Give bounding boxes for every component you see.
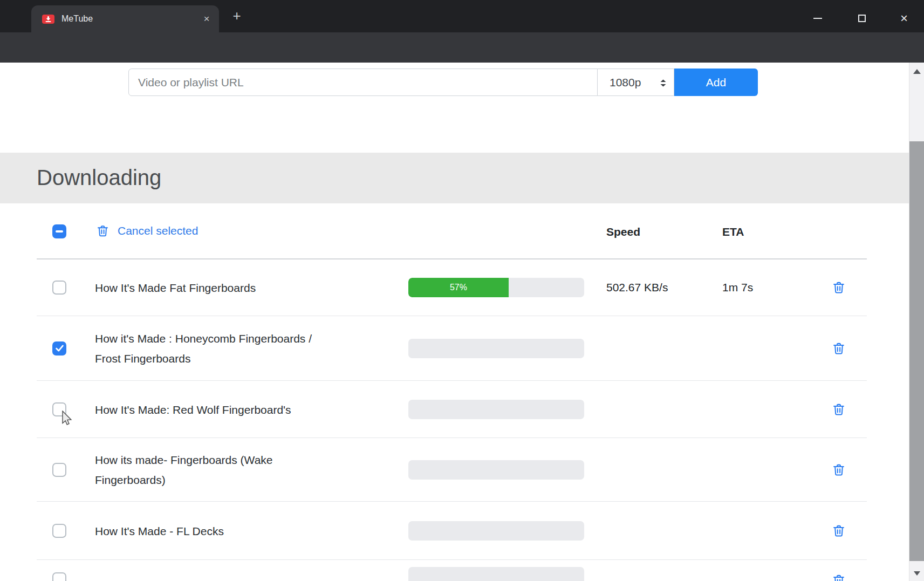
progress-bar xyxy=(408,460,584,480)
delete-download-button[interactable] xyxy=(832,463,846,477)
delete-download-button[interactable] xyxy=(832,524,846,538)
downloads-rows: How It's Made Fat Fingerboards 57% 502.6… xyxy=(37,259,867,581)
trash-icon xyxy=(832,463,846,477)
cancel-selected-label: Cancel selected xyxy=(118,224,198,237)
video-url-input[interactable] xyxy=(128,69,598,96)
trash-icon xyxy=(832,402,846,416)
delete-download-button[interactable] xyxy=(832,341,846,356)
window-minimize-button[interactable] xyxy=(813,18,822,19)
download-title: How It's Made - FL Decks xyxy=(95,521,224,541)
download-title: How its made- Fingerboards (WakeFingerbo… xyxy=(95,450,273,490)
download-title: How It's Made: Red Wolf Fingerboard's xyxy=(95,399,291,419)
progress-bar xyxy=(408,521,584,541)
row-checkbox[interactable] xyxy=(52,281,66,295)
up-down-arrows-icon xyxy=(660,79,666,87)
add-button[interactable]: Add xyxy=(674,69,758,96)
download-speed: 502.67 KB/s xyxy=(606,281,668,294)
delete-download-button[interactable] xyxy=(832,402,846,416)
row-checkbox[interactable] xyxy=(52,524,66,538)
progress-bar xyxy=(408,567,584,581)
downloads-table-header: Cancel selected Speed ETA xyxy=(37,203,867,259)
trash-icon xyxy=(832,524,846,538)
section-title: Downloading xyxy=(37,153,161,202)
download-row: How It's Made - FL Decks xyxy=(37,502,867,560)
progress-fill: 57% xyxy=(408,278,509,297)
tab-close-icon[interactable]: × xyxy=(200,12,214,26)
metube-favicon-icon xyxy=(42,15,54,26)
tab-metube[interactable]: MeTube × xyxy=(31,5,219,32)
row-checkbox[interactable] xyxy=(52,463,66,477)
scrollbar-thumb[interactable] xyxy=(909,141,924,561)
browser-toolbar: localhost:8081 Incognito ⋮ xyxy=(0,32,924,63)
cancel-selected-button[interactable]: Cancel selected xyxy=(96,224,198,238)
download-row: How It's Made: Red Wolf Fingerboard's xyxy=(37,381,867,438)
download-title: How It's Made Fat Fingerboards xyxy=(95,278,256,298)
progress-bar xyxy=(408,400,584,419)
progress-bar: 57% xyxy=(408,278,584,297)
trash-icon xyxy=(832,281,846,295)
quality-value: 1080p xyxy=(610,76,641,89)
download-row: How It's Made Fat Fingerboards 57% 502.6… xyxy=(37,259,867,316)
progress-bar xyxy=(408,339,584,358)
downloading-section-header: Downloading xyxy=(0,153,909,203)
progress-label: 57% xyxy=(450,283,467,292)
download-title: How it's Made : Honeycomb Fingerboards /… xyxy=(95,329,312,368)
select-all-checkbox[interactable] xyxy=(52,224,66,238)
row-checkbox[interactable] xyxy=(52,572,66,581)
row-checkbox[interactable] xyxy=(52,341,66,356)
trash-icon xyxy=(96,224,109,238)
scroll-up-arrow-icon[interactable] xyxy=(913,69,921,74)
delete-download-button[interactable] xyxy=(832,573,846,581)
screen: MeTube × + × localhost:8081 xyxy=(0,0,924,581)
browser-tab-bar: MeTube × + × xyxy=(0,0,924,32)
checkmark-icon xyxy=(55,344,64,353)
download-row: How its made- Fingerboards (WakeFingerbo… xyxy=(37,438,867,502)
quality-select[interactable]: 1080p xyxy=(598,69,674,96)
download-row xyxy=(37,560,867,581)
trash-icon xyxy=(832,573,846,581)
downloads-table: Cancel selected Speed ETA How It's Made … xyxy=(37,203,867,581)
download-eta: 1m 7s xyxy=(722,281,753,294)
delete-download-button[interactable] xyxy=(832,281,846,295)
page-scrollbar[interactable] xyxy=(909,63,924,581)
column-header-speed: Speed xyxy=(606,225,640,238)
trash-icon xyxy=(832,341,846,356)
tab-title: MeTube xyxy=(61,14,93,24)
indeterminate-mark xyxy=(56,230,63,233)
window-close-button[interactable]: × xyxy=(896,11,912,26)
mouse-cursor xyxy=(60,411,73,429)
new-tab-button[interactable]: + xyxy=(229,8,245,24)
scroll-down-arrow-icon[interactable] xyxy=(914,571,920,576)
download-row: How it's Made : Honeycomb Fingerboards /… xyxy=(37,316,867,381)
metube-page: 1080p Add Downloading Cancel selected Sp… xyxy=(0,63,909,581)
column-header-eta: ETA xyxy=(722,225,744,238)
window-maximize-button[interactable] xyxy=(858,15,866,22)
